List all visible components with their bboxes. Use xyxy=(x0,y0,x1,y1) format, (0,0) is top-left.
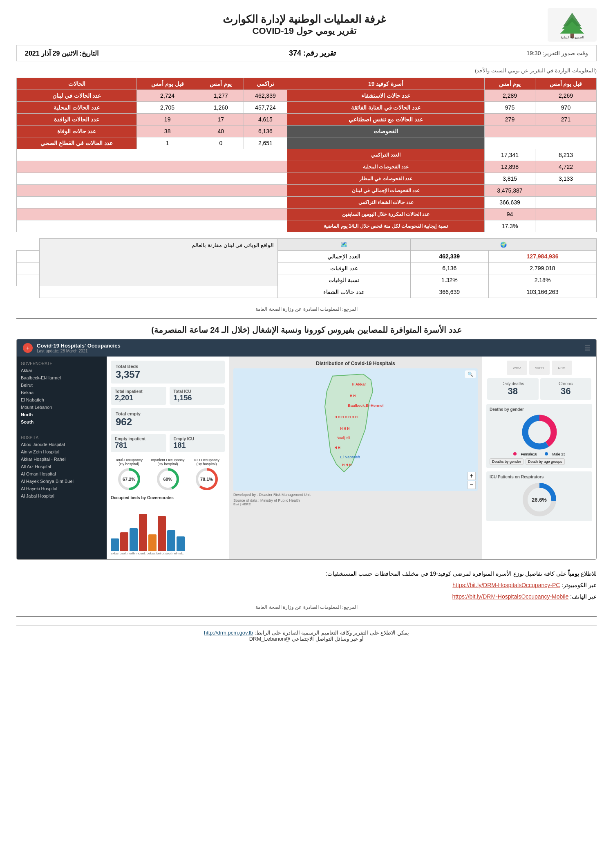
deaths-gender-title: Deaths by gender xyxy=(490,407,589,412)
total-icu-box: Total ICU 1,156 xyxy=(170,387,225,405)
bar-labels: akkarbaal.northmount.bekaabeirutsouthel-… xyxy=(111,552,225,555)
stats-area: Total Beds 3,357 Total inpatient 2,201 T… xyxy=(107,357,229,559)
daily-info-text: للاطلاع يومياً على كافة تفاصيل توزع الأس… xyxy=(16,568,597,579)
map-developed-by: Developed by : Disaster Risk Management … xyxy=(233,493,478,497)
occupied-beds-chart-area: Occupied beds by Governorates akkarbaal.… xyxy=(111,496,225,555)
report-time: وقت صدور التقرير: 19:30 xyxy=(526,50,588,56)
world-deaths: 2,799,018 xyxy=(488,262,596,274)
section-divider xyxy=(16,318,597,319)
gov-baalbeck[interactable]: Baalbeck-El-Harmel xyxy=(17,374,107,381)
header-title: غرفة العمليات الوطنية لإدارة الكوارث تقر… xyxy=(61,13,548,36)
empty-row: Empty inpatient 781 Empty ICU 181 xyxy=(111,434,225,455)
deaths-by-gender-btn[interactable]: Deaths by gender xyxy=(490,458,524,465)
map-search[interactable]: 🔍 xyxy=(465,370,476,378)
hospital-section-header: Hospital xyxy=(17,434,107,441)
svg-text:El Nabatieh: El Nabatieh xyxy=(340,455,360,459)
zoom-out[interactable]: − xyxy=(468,481,476,489)
svg-text:H H H: H H H xyxy=(340,426,350,431)
svg-text:H H: H H xyxy=(334,446,340,450)
hosp-al-oman[interactable]: Al Oman Hospital xyxy=(17,470,107,478)
gov-el-nabatieh[interactable]: El Nabatieh xyxy=(17,396,107,404)
mobile-link-row: عبر الهاتف: https://bit.ly/DRM-Hospitals… xyxy=(16,591,597,602)
svg-text:H H: H H xyxy=(350,394,356,398)
time-label: وقت صدور التقرير: 19:30 xyxy=(526,50,588,56)
zoom-in[interactable]: + xyxy=(468,472,476,480)
total-beds-value: 3,357 xyxy=(116,369,220,380)
test-row: 94 عدد الحالات المكررة خلال اليومين السا… xyxy=(17,209,597,220)
bottom-drm-link[interactable]: http://drm.pcm.gov.lb xyxy=(204,630,253,636)
org-logos-row: WHO MoPH DRM xyxy=(486,361,592,375)
social-media-text: أو عبر وسائل التواصل الاجتماعي @DRM_Leba… xyxy=(16,636,597,642)
health-sector-row: 2,651 0 1 عدد الحالات في القطاع الصحي xyxy=(17,137,597,149)
hospital-section-title: عدد الأسرة المتوافرة للمصابين بفيروس كور… xyxy=(16,325,597,335)
report-number: تقرير رقم: 374 xyxy=(289,49,336,57)
leb-death-rate: 1.32% xyxy=(410,274,488,286)
female-label: Female16 xyxy=(521,452,537,456)
leb-recoveries: 366,639 xyxy=(410,286,488,298)
right-stats-panel: WHO MoPH DRM Daily deaths 38 Chronic 36 xyxy=(482,357,596,559)
hosp-akkar[interactable]: Akkar Hospital - Rahel xyxy=(17,455,107,463)
table-row: 2,269 2,289 عدد حالات الاستشفاء 462,339 … xyxy=(17,90,597,102)
gov-bekaa[interactable]: Bekaa xyxy=(17,389,107,396)
dashboard-menu-icon[interactable]: ☰ xyxy=(584,344,590,352)
world-globe-cell: 🌍 xyxy=(410,239,596,251)
leb-deaths: 6,136 xyxy=(410,262,488,274)
pc-link[interactable]: https://bit.ly/DRM-HospitalsOccupancy-PC xyxy=(452,582,560,588)
total-empty-box: Total empty 962 xyxy=(111,408,225,431)
total-inpatient-value: 2,201 xyxy=(115,394,162,402)
sub-note: (المعلومات الواردة في التقرير عن يومي ال… xyxy=(16,67,597,74)
empty-inpatient-box: Empty inpatient 781 xyxy=(111,434,166,452)
chronic-value: 36 xyxy=(545,386,587,397)
total-inpatient-box: Total inpatient 2,201 xyxy=(111,387,166,405)
bar-baalbeck xyxy=(120,532,128,551)
bar-north xyxy=(130,528,138,551)
table-row: 970 975 عدد الحالات في العناية الفائقة 4… xyxy=(17,102,597,114)
test-row: 3,475,387 عدد الفحوصات الإجمالي في لبنان xyxy=(17,185,597,197)
government-logo: الجمهورية اللبنانية xyxy=(548,8,597,41)
hosp-abou-jaoude[interactable]: Abou Jaoude Hospital xyxy=(17,441,107,448)
total-occupancy-circle: Total-Occupancy(By hospital) 67.2% xyxy=(111,458,147,491)
deaths-row: الفحوصات 6,136 40 38 عدد حالات الوفاة xyxy=(17,126,597,137)
hosp-al-jabal[interactable]: Al Jabal Hospital xyxy=(17,492,107,500)
gender-donut xyxy=(521,414,558,451)
right-stats-top-row: Daily deaths 38 Chronic 36 xyxy=(486,378,592,400)
icu-resp-title: ICU Patients on Respirators xyxy=(490,475,589,479)
gov-north[interactable]: North xyxy=(17,411,107,418)
footer-section: للاطلاع يومياً على كافة تفاصيل توزع الأس… xyxy=(16,568,597,602)
gov-beirut[interactable]: Beirut xyxy=(17,381,107,389)
drm-logo: DRM xyxy=(552,361,572,375)
mobile-link[interactable]: https://bit.ly/DRM-HospitalsOccupancy-Mo… xyxy=(452,593,569,600)
chronic-box: Chronic 36 xyxy=(540,378,592,400)
dashboard-title-area: + Covid-19 Hospitals' Occupancies Last u… xyxy=(23,343,121,353)
world-death-rate: 2.18% xyxy=(488,274,596,286)
gov-section-header: Governorate xyxy=(17,360,107,367)
leb-total: 462,339 xyxy=(410,251,488,262)
total-beds-box: Total Beds 3,357 xyxy=(111,361,225,384)
total-empty-value: 962 xyxy=(116,416,220,428)
occupancy-row: Total-Occupancy(By hospital) 67.2% Inpat… xyxy=(111,458,225,491)
comparison-label-cell: الواقع الوبائي في لبنان مقارنة بالعالم xyxy=(40,239,277,286)
hosp-al-hayeki[interactable]: Al Hayeki Hospital xyxy=(17,485,107,492)
male-label: Male 23 xyxy=(552,452,565,456)
moph-logo: MoPH xyxy=(529,361,550,375)
bar-chart xyxy=(111,502,225,551)
gov-akkar[interactable]: Akkar xyxy=(17,367,107,374)
hosp-all-arz[interactable]: All Arz Hospital xyxy=(17,463,107,470)
gov-mount-lebanon[interactable]: Mount Lebanon xyxy=(17,404,107,411)
footer-source: المرجع: المعلومات الصادرة عن وزارة الصحة… xyxy=(16,604,597,610)
col-prev-yesterday: قبل يوم أمس xyxy=(535,78,597,90)
map-source-data: Source of data : Ministry of Public Heal… xyxy=(233,498,478,502)
hosp-ain-zein[interactable]: Ain w Zein Hospital xyxy=(17,448,107,455)
test-row: 366,639 عدد حالات الشفاء التراكمي xyxy=(17,197,597,209)
male-dot xyxy=(545,452,548,455)
pc-link-row: عبر الكومبيوتر: https://bit.ly/DRM-Hospi… xyxy=(16,579,597,591)
gov-south[interactable]: South xyxy=(17,418,107,426)
map-zoom-controls: + − xyxy=(468,472,476,489)
hosp-al-hayek[interactable]: Al Hayek Sohrya Bint Buel xyxy=(17,478,107,485)
date-label: التاريخ: الاثنين 29 آذار 2021 xyxy=(25,50,98,57)
svg-text:H H H: H H H xyxy=(342,463,351,467)
map-area: Distribution of Covid-19 Hospitals H Akk… xyxy=(229,357,482,559)
death-by-age-btn[interactable]: Death by age groups xyxy=(526,458,565,465)
gender-buttons: Deaths by gender Death by age groups xyxy=(490,458,589,465)
icu-occupancy-circle: ICU Occupancy(By hospital) 78.1% xyxy=(188,458,225,491)
